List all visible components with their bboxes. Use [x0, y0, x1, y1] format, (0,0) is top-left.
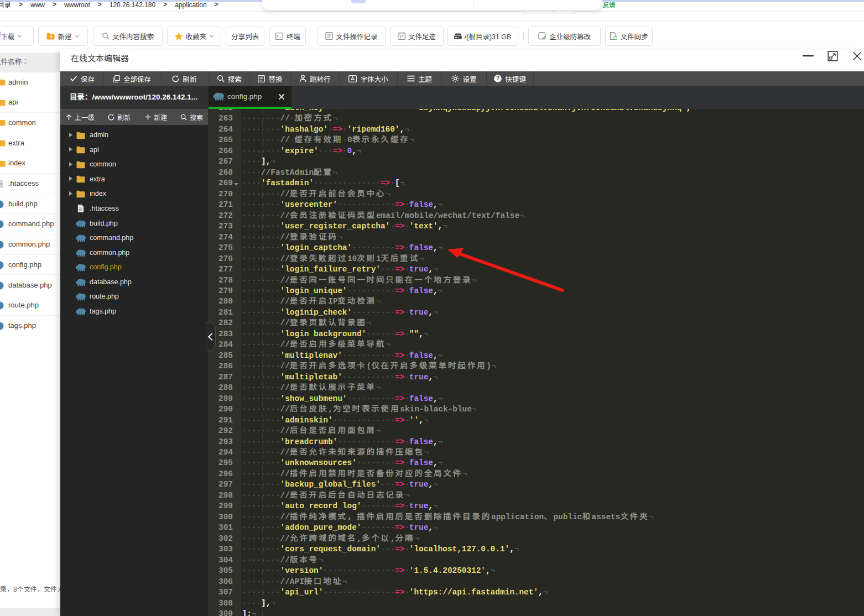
svg-text:?: ? [496, 75, 499, 81]
